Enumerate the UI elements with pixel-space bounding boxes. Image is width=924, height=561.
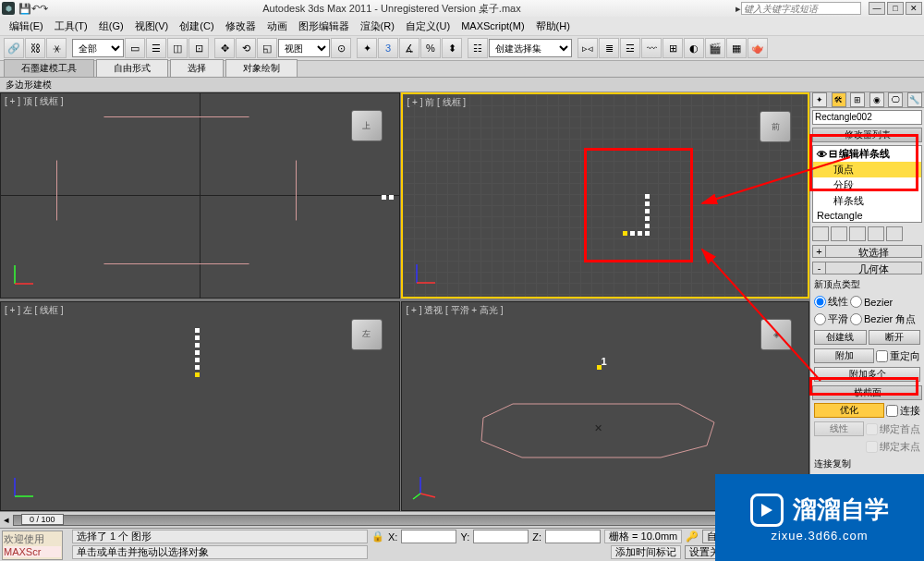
manipulate-icon[interactable]: ✦ [357,38,377,58]
close-button[interactable]: ✕ [906,2,922,15]
show-result-icon[interactable] [831,226,847,241]
angle-snap-icon[interactable]: ∡ [399,38,419,58]
named-sel-icon[interactable]: ☷ [468,38,488,58]
tab-hierarchy-icon[interactable]: ⊞ [850,92,865,107]
make-unique-icon[interactable] [849,226,866,241]
menu-modifiers[interactable]: 修改器 [220,18,261,35]
remove-mod-icon[interactable] [868,226,884,241]
menu-animation[interactable]: 动画 [261,18,293,35]
menu-help[interactable]: 帮助(H) [530,18,576,35]
help-search-input[interactable] [741,2,861,15]
eye-icon[interactable]: 👁 [817,149,827,160]
mod-base-rectangle[interactable]: Rectangle [813,209,921,222]
curve-editor-icon[interactable]: 〰 [641,38,662,58]
time-marker[interactable]: 0 / 100 [21,514,64,525]
rollout-softsel[interactable]: +软选择 [812,245,922,258]
btn-break[interactable]: 断开 [869,330,921,345]
menu-grapheditors[interactable]: 图形编辑器 [293,18,355,35]
maximize-button[interactable]: □ [887,2,904,15]
bind-icon[interactable]: ⚹ [46,38,67,58]
viewcube-top[interactable]: 上 [351,110,383,141]
lock-icon[interactable]: 🔒 [371,531,384,543]
viewport-front[interactable]: [ + ] 前 [ 线框 ] 前 [401,92,809,299]
configure-icon[interactable] [886,226,903,241]
menu-render[interactable]: 渲染(R) [355,18,400,35]
unlink-icon[interactable]: ⛓ [25,38,45,58]
viewcube-persp[interactable]: ◈ [760,319,792,350]
subobj-spline[interactable]: 样条线 [813,193,921,209]
scale-icon[interactable]: ◱ [257,38,277,58]
snap-toggle-icon[interactable]: 3 [378,38,398,58]
redo-icon[interactable]: ↷ [40,3,48,15]
radio-smooth[interactable]: 平滑 [814,312,848,326]
viewcube-left[interactable]: 左 [351,319,383,350]
named-selection-dropdown[interactable]: 创建选择集 [489,39,572,57]
render-frame-icon[interactable]: ▦ [726,38,747,58]
subobj-vertex[interactable]: 顶点 [813,162,921,177]
viewport-top[interactable]: [ + ] 顶 [ 线框 ] 上 [0,92,400,299]
render-setup-icon[interactable]: 🎬 [705,38,725,58]
percent-snap-icon[interactable]: % [420,38,441,58]
expand-icon[interactable]: ⊟ [829,148,837,160]
material-editor-icon[interactable]: ◐ [684,38,704,58]
btn-attach[interactable]: 附加 [814,348,874,363]
viewport-persp-label[interactable]: [ + ] 透视 [ 平滑 + 高光 ] [406,304,503,317]
menu-maxscript[interactable]: MAXScript(M) [456,18,529,33]
tab-display-icon[interactable]: 🖵 [888,92,903,107]
refcoord-dropdown[interactable]: 视图 [278,39,330,57]
key-icon[interactable]: 🔑 [686,531,699,543]
tab-freeform[interactable]: 自由形式 [96,59,168,77]
btn-attach-mult[interactable]: 附加多个 [814,367,920,382]
tab-modify-icon[interactable]: 🛠 [832,92,846,107]
object-name-field[interactable]: Rectangle002 [812,110,922,125]
menu-edit[interactable]: 编辑(E) [4,18,49,35]
select-name-icon[interactable]: ☰ [146,38,166,58]
move-icon[interactable]: ✥ [214,38,235,58]
render-icon[interactable]: 🫖 [748,38,768,58]
spinner-snap-icon[interactable]: ⬍ [442,38,462,58]
tab-utilities-icon[interactable]: 🔧 [907,92,922,107]
viewport-top-label[interactable]: [ + ] 顶 [ 线框 ] [5,95,64,108]
coord-z-input[interactable] [545,530,601,543]
menu-tools[interactable]: 工具(T) [49,18,93,35]
pivot-icon[interactable]: ⊙ [331,38,351,58]
subobj-segment[interactable]: 分段 [813,177,921,193]
menu-create[interactable]: 创建(C) [174,18,219,35]
select-region-icon[interactable]: ◫ [167,38,188,58]
viewport-front-label[interactable]: [ + ] 前 [ 线框 ] [407,96,466,109]
minimize-button[interactable]: — [869,2,885,15]
coord-x-input[interactable] [401,530,456,543]
modifier-stack[interactable]: 👁 ⊟ 编辑样条线 顶点 分段 样条线 Rectangle [812,145,922,223]
modifier-list-label[interactable]: 修改器列表 [812,128,922,142]
tab-selection[interactable]: 选择 [170,59,224,77]
selection-filter-dropdown[interactable]: 全部 [72,39,124,57]
radio-beziercorner[interactable]: Bezier 角点 [850,312,916,326]
maxscript-listener[interactable]: 欢迎使用 MAXScr [2,531,63,560]
chk-connect[interactable]: 连接 [886,404,920,418]
pin-stack-icon[interactable] [812,226,829,241]
btn-create-line[interactable]: 创建线 [814,330,867,345]
window-crossing-icon[interactable]: ⊡ [188,38,209,58]
viewcube-front[interactable]: 前 [760,111,791,142]
tab-paint[interactable]: 对象绘制 [225,59,298,77]
menu-view[interactable]: 视图(V) [129,18,175,35]
schematic-icon[interactable]: ⊞ [663,38,683,58]
mod-edit-spline[interactable]: 👁 ⊟ 编辑样条线 [813,146,921,162]
viewport-left[interactable]: [ + ] 左 [ 线框 ] 左 [0,301,400,511]
coord-y-input[interactable] [473,530,529,543]
radio-linear[interactable]: 线性 [814,295,848,309]
tab-motion-icon[interactable]: ◉ [869,92,884,107]
btn-optimize[interactable]: 优化 [814,403,884,418]
tab-create-icon[interactable]: ✦ [812,92,827,107]
radio-bezier[interactable]: Bezier [850,296,893,308]
align-icon[interactable]: ≣ [599,38,619,58]
link-icon[interactable]: 🔗 [4,38,24,58]
viewport-left-label[interactable]: [ + ] 左 [ 线框 ] [5,304,64,317]
rollout-geometry[interactable]: -几何体 [812,262,922,274]
chk-reorient[interactable]: 重定向 [876,349,920,363]
select-icon[interactable]: ▭ [125,38,145,58]
layers-icon[interactable]: ☲ [620,38,640,58]
quick-save-icon[interactable]: 💾 [18,3,31,15]
menu-customize[interactable]: 自定义(U) [400,18,456,35]
add-time-tag[interactable]: 添加时间标记 [611,545,681,559]
